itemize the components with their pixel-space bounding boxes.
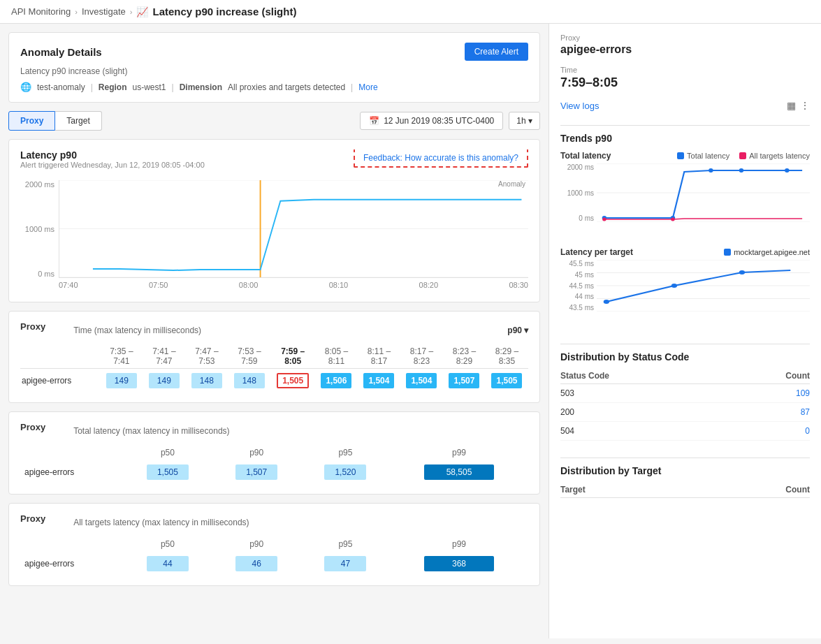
breadcrumb-api-monitoring[interactable]: API Monitoring <box>11 6 71 17</box>
al-p50: 44 <box>123 552 212 576</box>
anomaly-details-card: Anomaly Details Create Alert Latency p90… <box>8 32 540 103</box>
al-p99: 368 <box>390 552 528 576</box>
tl-p99: 58,505 <box>390 460 528 484</box>
cell-149-2: 149 <box>143 369 185 393</box>
anomaly-details-title: Anomaly Details <box>20 46 102 58</box>
latency-per-target-svg <box>597 260 810 312</box>
tab-target[interactable]: Target <box>55 111 101 131</box>
proxy-time-th-747: 7:47 –7:53 <box>185 344 228 369</box>
svg-point-11 <box>785 168 790 173</box>
chart-plot: Anomaly <box>59 180 528 278</box>
dist-target-table: Target Count <box>560 482 810 498</box>
globe-icon: 🌐 <box>20 82 31 92</box>
rp-divider-3 <box>560 458 810 458</box>
calendar-icon: 📅 <box>369 116 379 126</box>
total-latency-col-label: Total latency (max latency in millisecon… <box>73 426 229 436</box>
proxy-time-th-735: 7:35 –7:41 <box>100 344 143 369</box>
latency-per-target-plot <box>597 260 810 312</box>
targets-latency-table: p50 p90 p95 p99 apigee-errors 44 46 47 3… <box>20 536 528 576</box>
dist-status-title: Distribution by Status Code <box>560 351 810 363</box>
dimension-value: All proxies and targets detected <box>228 82 345 92</box>
chart-svg <box>59 180 528 277</box>
trends-title: Trends p90 <box>560 133 810 144</box>
tab-proxy[interactable]: Proxy <box>8 111 55 131</box>
svg-point-10 <box>739 168 744 173</box>
count-200: 87 <box>727 403 810 422</box>
distribution-status-section: Distribution by Status Code Status Code … <box>560 351 810 441</box>
proxy-time-th-759: 7:59 –8:05 <box>270 344 315 369</box>
cell-1507: 1,507 <box>443 369 486 393</box>
dimension-label: Dimension <box>180 82 222 92</box>
p90-dropdown-icon[interactable]: ▾ <box>524 325 528 335</box>
y-label-2000: 2000 ms <box>25 180 55 189</box>
proxy-time-card: Proxy Time (max latency in milliseconds)… <box>8 311 540 403</box>
chart-y-labels: 2000 ms 1000 ms 0 ms <box>20 180 59 278</box>
legend-total: Total latency <box>677 152 729 160</box>
tl-th-p90: p90 <box>212 445 301 460</box>
tab-date-row: Proxy Target 📅 12 Jun 2019 08:35 UTC-040… <box>8 111 540 131</box>
tl-proxy-name: apigee-errors <box>20 460 123 484</box>
target-latency-col-label: All targets latency (max latency in mill… <box>73 518 249 527</box>
chart-x-labels: 07:40 07:50 08:00 08:10 08:20 08:30 <box>59 278 528 292</box>
feedback-box[interactable]: Feedback: How accurate is this anomaly? <box>354 149 528 168</box>
tl-th-proxy <box>20 445 123 460</box>
rp-proxy-label: Proxy <box>560 34 810 42</box>
table-row: apigee-errors 149 149 148 148 1,505 1,50… <box>20 369 528 393</box>
svg-point-9 <box>709 168 713 173</box>
total-latency-title: Proxy <box>20 422 45 432</box>
legend-targets-dot <box>739 152 746 159</box>
al-p95: 47 <box>301 552 390 576</box>
view-logs-link[interactable]: View logs <box>560 101 599 111</box>
tl-th-p95: p95 <box>301 445 390 460</box>
al-p90: 46 <box>212 552 301 576</box>
proxy-time-th-proxy <box>20 344 100 369</box>
chart-icon-button[interactable]: ▦ <box>787 100 796 111</box>
legend-targets: All targets latency <box>739 152 810 160</box>
tl-th-p50: p50 <box>123 445 212 460</box>
al-proxy-name: apigee-errors <box>20 552 123 576</box>
duration-value: 1h <box>516 116 525 126</box>
rp-time-value: 7:59–8:05 <box>560 75 810 90</box>
rp-divider-1 <box>560 125 810 126</box>
cell-148-2: 148 <box>228 369 270 393</box>
rp-pt-455: 45.5 ms <box>569 260 594 268</box>
table-row: apigee-errors 1,505 1,507 1,520 58,505 <box>20 460 528 484</box>
rp-icons: ▦ ⋮ <box>787 100 810 111</box>
anomaly-label: Anomaly <box>498 180 525 188</box>
al-th-p90: p90 <box>212 536 301 552</box>
targets-latency-card: Proxy All targets latency (max latency i… <box>8 503 540 586</box>
create-alert-button[interactable]: Create Alert <box>465 43 528 61</box>
trend-icon: 📈 <box>136 6 148 17</box>
al-th-p50: p50 <box>123 536 212 552</box>
p90-label: p90 ▾ <box>507 325 528 335</box>
svg-point-13 <box>671 218 674 221</box>
rp-divider-2 <box>560 344 810 344</box>
list-item: 503 109 <box>560 384 810 403</box>
total-latency-plot <box>597 163 810 222</box>
al-th-p95: p95 <box>301 536 390 552</box>
date-selector: 📅 12 Jun 2019 08:35 UTC-0400 1h ▾ <box>360 112 540 130</box>
date-picker-button[interactable]: 📅 12 Jun 2019 08:35 UTC-0400 <box>360 112 503 130</box>
breadcrumb-investigate[interactable]: Investigate <box>82 6 126 17</box>
rp-y-0: 0 ms <box>579 214 594 222</box>
latency-per-target-title: Latency per target <box>560 247 633 257</box>
proxy-time-th-823: 8:23 –8:29 <box>443 344 486 369</box>
svg-point-20 <box>671 284 677 288</box>
latency-per-target-y: 45.5 ms 45 ms 44.5 ms 44 ms 43.5 ms <box>560 260 597 312</box>
more-options-button[interactable]: ⋮ <box>800 100 810 111</box>
tl-p95: 1,520 <box>301 460 390 484</box>
region-label: Region <box>99 82 127 92</box>
y-label-0: 0 ms <box>38 270 55 278</box>
total-latency-legend: Total latency All targets latency <box>677 152 810 160</box>
duration-button[interactable]: 1h ▾ <box>509 112 540 130</box>
status-504: 504 <box>560 422 727 441</box>
legend-targets-label: All targets latency <box>749 152 810 160</box>
count-503: 109 <box>727 384 810 403</box>
proxy-time-th-817: 8:17 –8:23 <box>400 344 443 369</box>
proxy-time-th-753: 7:53 –7:59 <box>228 344 270 369</box>
total-latency-section-title: Total latency <box>560 151 611 161</box>
chart-card: Feedback: How accurate is this anomaly? … <box>8 139 540 302</box>
more-link[interactable]: More <box>358 82 377 92</box>
tl-th-p99: p99 <box>390 445 528 460</box>
rp-time-label: Time <box>560 66 810 74</box>
